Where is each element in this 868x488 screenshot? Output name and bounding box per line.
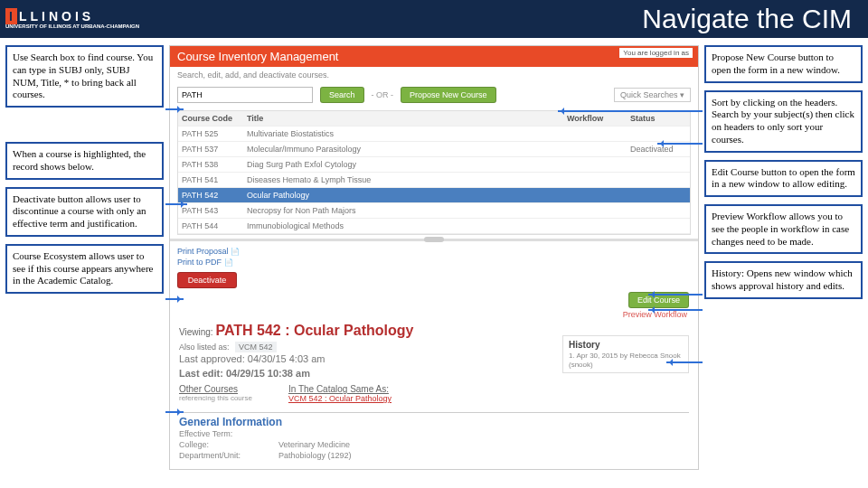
table-row[interactable]: PATH 538Diag Surg Path Exfol Cytology: [178, 157, 690, 173]
also-listed-label: Also listed as:: [179, 343, 230, 352]
dept-label: Department/Unit:: [179, 451, 278, 460]
pdf-icon: 📄: [231, 248, 240, 256]
app-subtitle: Search, edit, add, and deactivate course…: [170, 67, 698, 83]
course-table: Course Code Title Workflow Status PATH 5…: [177, 110, 691, 235]
arrow: [648, 294, 703, 296]
illinois-logo: ILLINOIS UNIVERSITY OF ILLINOIS AT URBAN…: [5, 9, 139, 29]
col-code[interactable]: Course Code: [178, 111, 243, 126]
callout-edit: Edit Course button to open the form in a…: [704, 160, 863, 198]
eff-term-label: Effective Term:: [179, 429, 278, 438]
preview-workflow-link[interactable]: Preview Workflow: [170, 310, 698, 319]
callout-deactivate: Deactivate button allows user to discont…: [5, 187, 164, 237]
arrow: [657, 143, 703, 145]
logo-i: I: [5, 8, 17, 24]
table-row[interactable]: PATH 542Ocular Pathology: [178, 188, 690, 203]
general-info-header: General Information: [179, 412, 689, 428]
also-listed-value: VCM 542: [235, 342, 277, 352]
dept-value: Pathobiology (1292): [278, 451, 352, 460]
print-proposal-link[interactable]: Print Proposal 📄: [177, 247, 240, 256]
propose-new-course-button[interactable]: Propose New Course: [401, 87, 496, 103]
viewing-course: PATH 542 : Ocular Pathology: [215, 323, 413, 338]
callout-ecosystem: Course Ecosystem allows user to see if t…: [5, 244, 164, 294]
deactivate-button[interactable]: Deactivate: [177, 272, 237, 288]
slide-title: Navigate the CIM: [642, 4, 852, 34]
arrow: [666, 361, 703, 363]
arrow: [165, 108, 184, 110]
catalog-link[interactable]: VCM 542 : Ocular Pathology: [288, 394, 392, 403]
table-row[interactable]: PATH 525Multivariate Biostatistics: [178, 127, 690, 142]
search-input[interactable]: [177, 87, 313, 103]
callout-search: Use Search box to find course. You can t…: [5, 45, 164, 108]
table-row[interactable]: PATH 544Immunobiological Methods: [178, 219, 690, 234]
slide-header: ILLINOIS UNIVERSITY OF ILLINOIS AT URBAN…: [0, 0, 868, 38]
table-row[interactable]: PATH 543Necropsy for Non Path Majors: [178, 203, 690, 219]
or-divider: - OR -: [372, 90, 394, 99]
history-title: History: [569, 340, 683, 350]
callout-history: History: Opens new window which shows ap…: [704, 261, 863, 299]
viewing-label: Viewing:: [179, 327, 213, 337]
col-status[interactable]: Status: [627, 111, 690, 126]
quick-searches-dropdown[interactable]: Quick Searches ▾: [614, 88, 691, 102]
arrow: [165, 411, 184, 413]
split-handle[interactable]: [170, 239, 698, 241]
col-title[interactable]: Title: [243, 111, 563, 126]
arrow: [558, 110, 703, 112]
search-button[interactable]: Search: [320, 87, 364, 103]
college-value: Veterinary Medicine: [278, 440, 350, 449]
login-status: You are logged in as: [619, 48, 693, 58]
table-row[interactable]: PATH 537Molecular/Immuno ParasitologyDea…: [178, 142, 690, 157]
pdf-icon: 📄: [224, 258, 233, 267]
other-courses-block[interactable]: Other Courses referencing this course: [179, 384, 252, 403]
college-label: College:: [179, 440, 278, 449]
cim-app: You are logged in as Course Inventory Ma…: [169, 45, 699, 470]
callout-highlight: When a course is highlighted, the record…: [5, 142, 164, 180]
callout-sort: Sort by clicking on the headers. Search …: [704, 90, 863, 153]
table-header[interactable]: Course Code Title Workflow Status: [178, 111, 690, 127]
arrow: [165, 298, 184, 300]
col-workflow[interactable]: Workflow: [563, 111, 627, 126]
history-box[interactable]: History 1. Apr 30, 2015 by Rebecca Snook…: [562, 335, 689, 373]
arrow: [165, 203, 187, 205]
callout-propose: Propose New Course button to open the fo…: [704, 45, 863, 83]
catalog-block: In The Catalog Same As: VCM 542 : Ocular…: [288, 384, 392, 403]
arrow: [648, 309, 703, 311]
print-pdf-link[interactable]: Print to PDF 📄: [177, 258, 240, 267]
callout-preview: Preview Workflow allows you to see the p…: [704, 204, 863, 254]
table-row[interactable]: PATH 541Diseases Hemato & Lymph Tissue: [178, 173, 690, 188]
